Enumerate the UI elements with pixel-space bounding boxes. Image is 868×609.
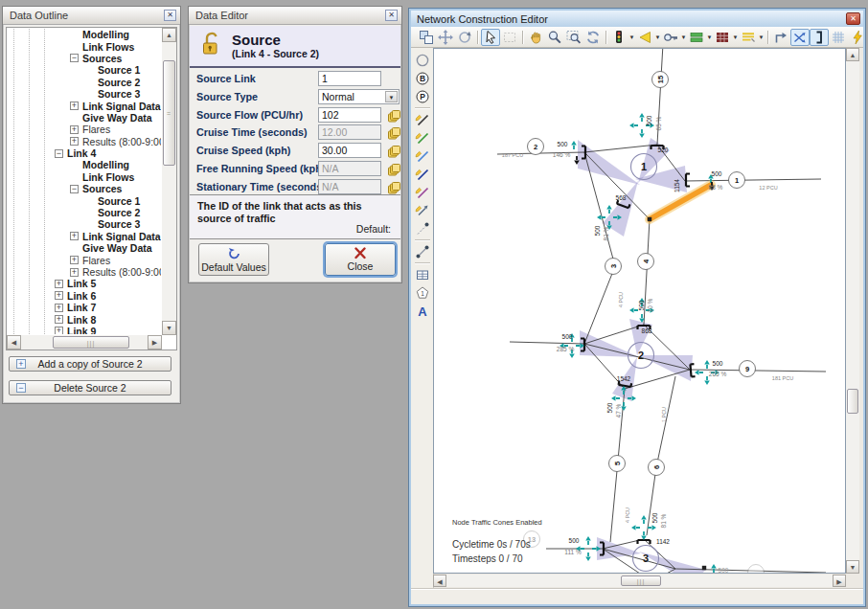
tree-item[interactable]: Modelling [8, 159, 161, 170]
node-tool-icon[interactable] [413, 219, 432, 237]
expand-icon[interactable]: + [55, 280, 63, 288]
default-values-button[interactable]: Default Values [198, 243, 269, 276]
canvas-scroll-left-icon[interactable]: ◀ [433, 575, 446, 587]
lane-connectors-icon[interactable] [790, 29, 810, 46]
field-input[interactable]: 102 [318, 107, 381, 123]
expand-icon[interactable]: + [70, 125, 79, 134]
tree-item[interactable]: Link Flows [8, 171, 161, 183]
visibility-icon[interactable] [661, 29, 680, 46]
move-network-icon[interactable] [436, 29, 455, 46]
select-cursor-icon[interactable] [481, 29, 500, 46]
expand-icon[interactable]: + [70, 256, 79, 264]
canvas-horizontal-scrollbar[interactable]: ◀ ▶ ||| [433, 575, 846, 587]
tree-item[interactable]: +Link Signal Data [8, 231, 161, 242]
road-link[interactable] [510, 342, 584, 344]
stop-lines-icon[interactable] [810, 29, 829, 46]
road-link[interactable] [647, 467, 656, 535]
traffic-signals-icon[interactable] [609, 29, 628, 46]
zone-marker[interactable]: 4 [638, 254, 654, 270]
zone-marker[interactable]: 1 [729, 172, 745, 189]
chevron-down-icon[interactable]: ▼ [628, 34, 635, 40]
tree-item[interactable]: Source 1 [8, 64, 161, 76]
expand-icon[interactable]: + [70, 137, 79, 146]
data-editor-titlebar[interactable]: Data Editor ✕ [189, 7, 401, 25]
link-node-tool-icon[interactable] [413, 242, 432, 260]
chevron-down-icon[interactable]: ▼ [680, 34, 687, 40]
tree-scroll-up-icon[interactable]: ▲ [162, 28, 176, 42]
table-tool-icon[interactable] [413, 265, 432, 283]
tree-item[interactable]: +Results (8:00-9:00) [8, 266, 161, 278]
field-input[interactable]: N/A [318, 179, 381, 194]
draw-connector-icon[interactable] [413, 201, 432, 219]
tree-item[interactable]: Link Flows [8, 40, 161, 52]
canvas-hscroll-thumb[interactable]: ||| [621, 575, 661, 586]
expand-icon[interactable]: + [55, 304, 63, 312]
chevron-down-icon[interactable]: ▼ [385, 91, 398, 102]
tree-item[interactable]: Source 2 [8, 207, 161, 218]
zone-marker[interactable]: 9 [740, 361, 756, 377]
grid-toggle-icon[interactable] [829, 29, 848, 46]
data-editor-close-icon[interactable]: ✕ [385, 10, 398, 21]
tree-scroll-left-icon[interactable]: ◀ [7, 335, 21, 350]
copy-value-icon[interactable] [388, 109, 400, 126]
rotate-network-icon[interactable] [455, 29, 474, 46]
annotation-display-icon[interactable] [739, 29, 758, 46]
zone-marker[interactable] [748, 565, 765, 574]
draw-link-black-icon[interactable] [413, 110, 432, 128]
canvas-vertical-scrollbar[interactable]: ▲ ▼ [846, 48, 859, 574]
bus-stop-tool-icon[interactable]: B [413, 69, 432, 87]
tree-vscroll-thumb[interactable]: = [163, 60, 175, 166]
expand-icon[interactable]: + [70, 232, 79, 240]
expand-icon[interactable]: + [55, 327, 63, 334]
tree-vertical-scrollbar[interactable]: ▲ ▼ = [162, 28, 176, 335]
tree-item[interactable]: +Flares [8, 254, 161, 265]
zone-marker[interactable]: 6 [649, 460, 665, 476]
data-outline-tree[interactable]: ModellingLink Flows−SourcesSource 1Sourc… [8, 29, 161, 334]
expand-icon[interactable]: + [70, 102, 79, 110]
chevron-down-icon[interactable]: ▼ [732, 34, 739, 40]
field-input[interactable]: N/A [318, 161, 381, 176]
delete-source-button[interactable]: − Delete Source 2 [9, 380, 171, 395]
hazard-display-icon[interactable] [713, 29, 732, 46]
zone-marker[interactable]: 5 [609, 456, 626, 472]
draw-link-navy-icon[interactable] [413, 165, 432, 183]
tree-horizontal-scrollbar[interactable]: ◀ ▶ ||| [7, 335, 162, 350]
canvas-vscroll-thumb[interactable] [847, 389, 858, 414]
zone-marker[interactable]: 2 [528, 139, 544, 155]
pan-hand-icon[interactable] [526, 29, 545, 46]
tree-item[interactable]: +Link 9 [8, 326, 161, 334]
canvas-scroll-down-icon[interactable]: ▼ [846, 560, 859, 574]
chevron-down-icon[interactable]: ▼ [758, 34, 765, 40]
zone-marker[interactable]: 3 [605, 259, 622, 275]
expand-icon[interactable]: + [55, 315, 63, 324]
tree-scroll-right-icon[interactable]: ▶ [148, 335, 162, 350]
draw-link-purple-icon[interactable] [413, 183, 432, 201]
parking-tool-icon[interactable]: P [413, 87, 432, 105]
network-editor-titlebar[interactable]: Network Construction Editor ✕ [411, 11, 863, 27]
field-input[interactable]: 12.00 [318, 124, 381, 140]
tree-item[interactable]: +Link 6 [8, 290, 161, 302]
roundabout-tool-icon[interactable] [413, 51, 432, 69]
zoom-icon[interactable] [545, 29, 564, 46]
cone-display-icon[interactable] [635, 29, 654, 46]
tree-item[interactable]: Source 3 [8, 88, 161, 100]
chevron-down-icon[interactable]: ▼ [706, 34, 713, 40]
refresh-view-icon[interactable] [583, 29, 603, 46]
tree-item[interactable]: Source 2 [8, 77, 161, 88]
paste-network-icon[interactable] [417, 29, 436, 46]
zone-display-icon[interactable] [687, 29, 706, 46]
tree-item[interactable]: +Link 8 [8, 313, 161, 325]
select-region-icon[interactable] [500, 29, 519, 46]
tree-item[interactable]: +Link 7 [8, 302, 161, 313]
collapse-icon[interactable]: − [55, 149, 63, 158]
network-canvas[interactable]: 1521349561312350065 %520115450088 %12 PC… [434, 49, 845, 573]
canvas-scroll-up-icon[interactable]: ▲ [846, 48, 859, 61]
data-outline-titlebar[interactable]: Data Outline ✕ [3, 7, 180, 25]
close-button[interactable]: Close [325, 243, 396, 276]
copy-value-icon[interactable] [388, 145, 400, 162]
tree-item[interactable]: −Sources [8, 53, 161, 64]
collapse-icon[interactable]: − [70, 185, 79, 193]
network-editor-close-icon[interactable]: ✕ [846, 12, 860, 25]
tree-item[interactable]: Source 3 [8, 218, 161, 230]
tree-item[interactable]: −Link 4 [8, 147, 161, 159]
